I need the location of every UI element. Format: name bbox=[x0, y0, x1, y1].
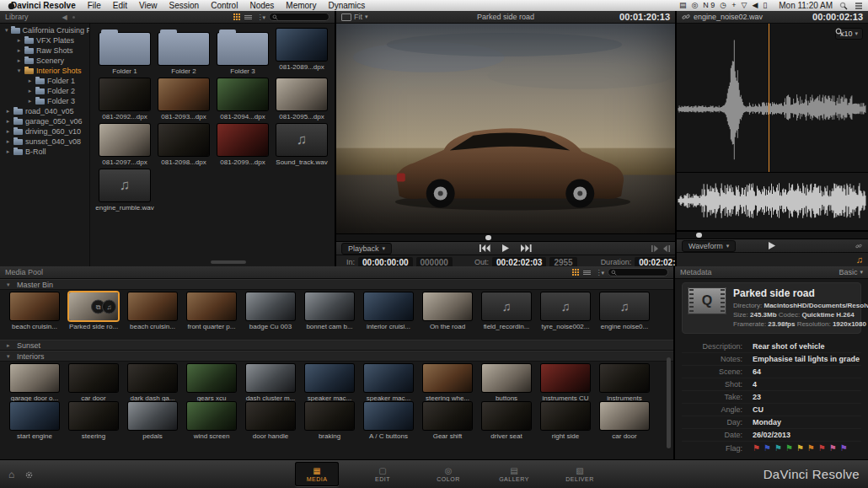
bin-master-bin[interactable]: ▾ Master Bin bbox=[0, 279, 673, 290]
disclosure-icon[interactable] bbox=[5, 118, 11, 125]
library-item[interactable]: ♫ 081-2094...dpx bbox=[213, 78, 272, 121]
media-clip[interactable]: ♫ start engine bbox=[5, 402, 64, 440]
back-arrow-icon[interactable]: ◀ bbox=[62, 13, 67, 21]
play-to-in-icon[interactable] bbox=[651, 245, 658, 252]
menu-item[interactable]: Session bbox=[163, 1, 206, 10]
library-tree-item[interactable]: Folder 1 bbox=[0, 76, 89, 86]
menu-extra-icon[interactable]: ▤ bbox=[679, 1, 687, 9]
field-value[interactable]: Rear shot of vehicle bbox=[753, 341, 825, 352]
menu-extra-icon[interactable]: ▽ bbox=[741, 1, 747, 9]
in-frames[interactable]: 000000 bbox=[416, 257, 453, 266]
forward-nav-icon[interactable] bbox=[72, 16, 75, 19]
media-clip[interactable]: ♫ car door bbox=[595, 402, 654, 440]
media-clip[interactable]: ♫ ⧉ ♫ bonnet cam b... bbox=[300, 292, 359, 330]
notification-center-icon[interactable] bbox=[855, 2, 863, 10]
flag-icon[interactable] bbox=[796, 442, 804, 455]
disclosure-icon[interactable] bbox=[5, 148, 11, 155]
menu-extra-icon[interactable]: N 9 bbox=[703, 1, 715, 9]
audio-waveform-main[interactable]: x10 ▾ bbox=[677, 24, 868, 173]
viewer-scrub-bar[interactable] bbox=[336, 233, 675, 242]
library-tree-item[interactable]: Scenery bbox=[0, 56, 89, 66]
media-clip[interactable]: ♫ Gear shift bbox=[418, 402, 477, 440]
viewer-playhead-handle[interactable] bbox=[485, 235, 491, 240]
audio-link-icon[interactable] bbox=[855, 243, 863, 249]
disclosure-icon[interactable] bbox=[27, 78, 33, 84]
disclosure-icon[interactable] bbox=[5, 27, 8, 34]
library-item[interactable]: ♫ 081-2098...dpx bbox=[154, 124, 213, 166]
go-to-end-button[interactable] bbox=[521, 244, 532, 252]
duration-timecode[interactable]: 00:02:02:03 bbox=[635, 257, 677, 266]
flag-icon[interactable] bbox=[753, 442, 760, 455]
media-clip[interactable]: ♫ ⧉ ♫ front quarter p... bbox=[182, 292, 241, 330]
media-clip[interactable]: ♫ instruments bbox=[595, 364, 654, 402]
apple-icon[interactable] bbox=[7, 1, 16, 10]
menu-item[interactable]: Edit bbox=[107, 1, 133, 10]
menu-extra-icon[interactable]: ◀ bbox=[752, 1, 758, 9]
zoom-magnifier-icon[interactable] bbox=[835, 28, 844, 36]
media-clip[interactable]: ♫ ⧉ ♫ engine noise0... bbox=[595, 292, 654, 330]
out-frames[interactable]: 2955 bbox=[549, 257, 576, 266]
media-clip[interactable]: ♫ driver seat bbox=[477, 402, 536, 440]
media-clip[interactable]: ♫ steering whe... bbox=[418, 364, 477, 402]
go-to-start-button[interactable] bbox=[480, 244, 490, 252]
menu-item[interactable]: File bbox=[82, 1, 107, 10]
media-clip[interactable]: ♫ right side bbox=[536, 402, 595, 440]
media-clip[interactable]: ♫ car door bbox=[64, 364, 123, 402]
flag-icon[interactable] bbox=[807, 442, 815, 455]
thumbnail-view-icon[interactable] bbox=[233, 13, 240, 20]
disclosure-icon[interactable] bbox=[16, 57, 22, 64]
disclosure-icon[interactable] bbox=[16, 47, 22, 54]
disclosure-icon[interactable] bbox=[5, 138, 11, 145]
media-clip[interactable]: ♫ ⧉ ♫ beach cruisin... bbox=[123, 292, 182, 330]
thumbnail-view-icon[interactable] bbox=[572, 269, 579, 276]
library-tree-item[interactable]: Raw Shots bbox=[0, 46, 89, 56]
library-tree-item[interactable]: garage_050_v06 bbox=[0, 116, 89, 126]
field-value[interactable]: Emphasise tail lights in grade bbox=[753, 353, 860, 365]
page-tab[interactable]: ▧ DELIVER bbox=[558, 462, 602, 486]
spotlight-search-icon[interactable] bbox=[839, 2, 848, 10]
media-clip[interactable]: ♫ ⧉ ♫ interior cruisi... bbox=[359, 292, 418, 330]
list-view-icon[interactable] bbox=[244, 14, 252, 20]
field-value[interactable]: 23 bbox=[753, 391, 761, 403]
home-icon[interactable]: ⌂ bbox=[8, 469, 14, 480]
play-button[interactable] bbox=[502, 244, 509, 252]
media-clip[interactable]: ♫ dash cluster m... bbox=[241, 364, 300, 402]
field-value[interactable]: 4 bbox=[753, 378, 757, 390]
audio-playhead[interactable] bbox=[769, 24, 769, 172]
media-clip[interactable]: ♫ door handle bbox=[241, 402, 300, 440]
flag-icon[interactable] bbox=[818, 442, 826, 455]
disclosure-icon[interactable] bbox=[16, 37, 22, 44]
media-clip[interactable]: ♫ ⧉ ♫ beach cruisin... bbox=[5, 292, 64, 330]
disclosure-icon[interactable] bbox=[5, 128, 11, 135]
media-clip[interactable]: ♫ ⧉ ♫ field_recordin... bbox=[477, 292, 536, 330]
library-tree-item[interactable]: California Cruising P... bbox=[0, 25, 89, 35]
library-item[interactable]: ♫ Sound_track.wav bbox=[272, 124, 331, 166]
disclosure-icon[interactable] bbox=[27, 88, 33, 94]
disclosure-icon[interactable] bbox=[16, 67, 22, 74]
library-horizontal-scrollbar[interactable] bbox=[211, 260, 246, 264]
flag-icon[interactable] bbox=[840, 442, 848, 455]
media-clip[interactable]: ♫ A / C buttons bbox=[359, 402, 418, 440]
menu-extra-icon[interactable]: ◎ bbox=[691, 1, 698, 9]
bin-interiors[interactable]: ▾ Interiors bbox=[0, 351, 673, 362]
menu-clock[interactable]: Mon 11:20 AM bbox=[779, 1, 833, 10]
media-clip[interactable]: ♫ wind screen bbox=[182, 402, 241, 440]
page-tab[interactable]: ▤ GALLERY bbox=[492, 462, 536, 486]
library-item[interactable]: ♫ 081-2089...dpx bbox=[272, 29, 331, 75]
playback-dropdown[interactable]: Playback ▾ bbox=[341, 243, 392, 255]
media-clip[interactable]: ♫ gears xcu bbox=[182, 364, 241, 402]
disclosure-icon[interactable] bbox=[27, 98, 33, 105]
menu-item[interactable]: Control bbox=[205, 1, 244, 10]
media-clip[interactable]: ♫ speaker mac... bbox=[300, 364, 359, 402]
menu-item[interactable]: Davinci Resolve bbox=[5, 1, 82, 10]
menu-item[interactable]: Memory bbox=[280, 1, 322, 10]
library-tree-item[interactable]: sunset_040_v08 bbox=[0, 137, 89, 147]
menu-item[interactable]: Nodes bbox=[244, 1, 280, 10]
out-timecode[interactable]: 00:02:02:03 bbox=[492, 257, 546, 266]
flag-icon[interactable] bbox=[785, 442, 793, 455]
library-tree-item[interactable]: Folder 3 bbox=[0, 96, 89, 106]
library-item[interactable]: ♫ engine_rumble.wav bbox=[95, 169, 154, 212]
media-clip[interactable]: ♫ ⧉ ♫ tyre_noise002... bbox=[536, 292, 595, 330]
field-value[interactable]: Monday bbox=[753, 416, 781, 428]
media-clip[interactable]: ♫ steering bbox=[64, 402, 123, 440]
